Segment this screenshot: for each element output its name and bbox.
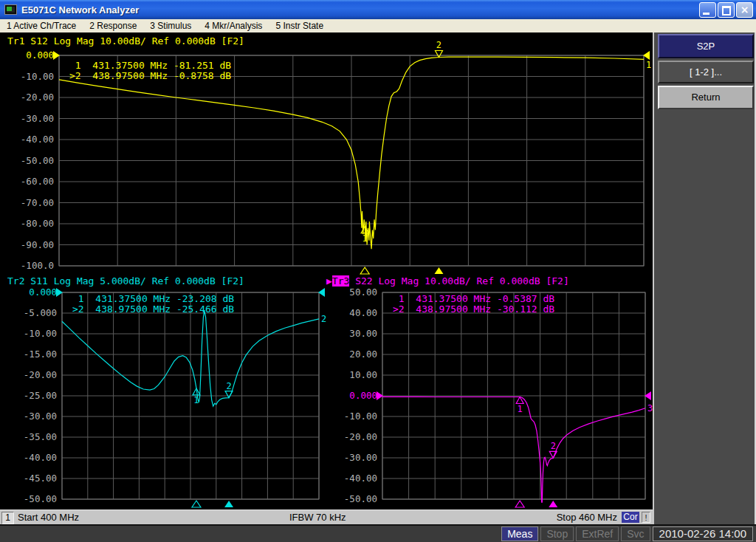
svg-text:-30.00: -30.00 xyxy=(21,113,54,124)
svg-text:-40.00: -40.00 xyxy=(21,134,54,145)
trace2-param: S11 xyxy=(30,275,47,287)
svg-text:2: 2 xyxy=(551,441,556,451)
s12-chart: ▶Tr1 S12 Log Mag 10.00dB/ Ref 0.000dB [F… xyxy=(0,32,653,275)
svg-text:-20.00: -20.00 xyxy=(24,369,57,380)
trace2-scale-label: Log Mag 5.000dB/ Ref 0.000dB [F2] xyxy=(54,275,244,287)
marker-row: 1 431.37500 MHz -23.208 dB xyxy=(72,294,234,304)
svg-text:40.00: 40.00 xyxy=(349,307,377,318)
svg-text:-50.00: -50.00 xyxy=(24,493,57,504)
channel-number-badge: 1 xyxy=(1,512,14,524)
app-icon xyxy=(4,4,17,15)
softkey-return[interactable]: Return xyxy=(658,86,754,109)
minimize-button[interactable] xyxy=(699,2,716,18)
svg-text:-35.00: -35.00 xyxy=(24,431,57,442)
softkey-sidebar: S2P [ 1-2 ]... Return xyxy=(653,32,756,524)
trace2-header: ▶Tr2 S11 Log Mag 5.000dB/ Ref 0.000dB [F… xyxy=(7,275,244,287)
stop-frequency-label: Stop 460 MHz xyxy=(557,512,617,523)
softkey-ports-1-2[interactable]: [ 1-2 ]... xyxy=(658,61,754,83)
svg-text:-20.00: -20.00 xyxy=(21,92,54,103)
svg-text:-40.00: -40.00 xyxy=(24,452,57,463)
restore-icon xyxy=(722,6,731,16)
active-trace-arrow-icon: ▶ xyxy=(326,275,332,287)
svg-text:0.000: 0.000 xyxy=(26,49,54,61)
menu-active-ch-trace[interactable]: 1 Active Ch/Trace xyxy=(0,21,83,31)
trace1-scale-label: Log Mag 10.00dB/ Ref 0.000dB [F2] xyxy=(54,35,244,47)
svg-text:-50.00: -50.00 xyxy=(21,155,54,166)
svg-text:-10.00: -10.00 xyxy=(24,328,57,339)
s22-chart: ▶Tr3 S22 Log Mag 10.00dB/ Ref 0.000dB [F… xyxy=(325,275,653,510)
svg-text:-90.00: -90.00 xyxy=(21,239,54,250)
title-bar[interactable]: E5071C Network Analyzer × xyxy=(0,0,756,19)
svg-text:-10.00: -10.00 xyxy=(21,71,54,82)
correction-badge: Cor xyxy=(622,512,639,523)
svg-text:-25.00: -25.00 xyxy=(24,390,57,401)
svg-text:1: 1 xyxy=(518,404,523,414)
trace3-scale-label: Log Mag 10.00dB/ Ref 0.000dB [F2] xyxy=(378,275,568,287)
menu-response[interactable]: 2 Response xyxy=(83,21,143,31)
close-icon: × xyxy=(737,3,752,17)
svg-text:0.000: 0.000 xyxy=(349,390,377,401)
instrument-status-bar: Meas Stop ExtRef Svc 2010-02-26 14:00 xyxy=(0,524,756,542)
marker-row: >2 438.97500 MHz -25.466 dB xyxy=(72,304,234,315)
svg-text:20.00: 20.00 xyxy=(349,349,377,360)
trace3-param: S22 xyxy=(355,275,372,287)
trace1-param: S12 xyxy=(30,35,47,47)
meas-status-badge: Meas xyxy=(501,526,538,541)
svg-text:-100.0: -100.0 xyxy=(21,260,54,271)
menu-instr-state[interactable]: 5 Instr State xyxy=(269,21,330,31)
menu-bar: 1 Active Ch/Trace 2 Response 3 Stimulus … xyxy=(0,19,756,33)
svg-text:3: 3 xyxy=(647,403,653,414)
svg-text:-40.00: -40.00 xyxy=(344,473,377,484)
start-frequency-label: Start 400 MHz xyxy=(18,512,79,523)
trace3-name[interactable]: Tr3 xyxy=(332,275,349,287)
svg-text:-50.00: -50.00 xyxy=(344,493,377,504)
trace1-name[interactable]: Tr1 xyxy=(7,35,24,47)
marker-row: 1 431.37500 MHz -0.5387 dB xyxy=(393,294,554,304)
svg-text:2: 2 xyxy=(436,40,441,50)
trace3-marker-readout: 1 431.37500 MHz -0.5387 dB>2 438.97500 M… xyxy=(393,294,554,314)
svg-text:-15.00: -15.00 xyxy=(24,349,57,360)
svg-text:2: 2 xyxy=(226,381,231,391)
svg-text:1: 1 xyxy=(646,60,651,70)
restore-button[interactable] xyxy=(718,2,735,18)
s11-chart: ▶Tr2 S11 Log Mag 5.000dB/ Ref 0.000dB [F… xyxy=(0,275,328,510)
menu-stimulus[interactable]: 3 Stimulus xyxy=(143,21,198,31)
svc-status-badge: Svc xyxy=(621,526,650,541)
minimize-icon xyxy=(703,13,709,15)
trace2-name[interactable]: Tr2 xyxy=(7,275,24,287)
svg-text:10.00: 10.00 xyxy=(349,369,377,380)
svg-text:-30.00: -30.00 xyxy=(24,411,57,422)
trace3-header: ▶Tr3 S22 Log Mag 10.00dB/ Ref 0.000dB [F… xyxy=(326,275,569,287)
trace2-marker-readout: 1 431.37500 MHz -23.208 dB>2 438.97500 M… xyxy=(72,294,234,314)
svg-text:50.00: 50.00 xyxy=(349,287,377,298)
close-button[interactable]: × xyxy=(736,2,753,18)
softkey-s2p[interactable]: S2P xyxy=(658,34,754,58)
alert-badge: ! xyxy=(642,512,650,523)
svg-text:30.00: 30.00 xyxy=(349,328,377,339)
svg-text:1: 1 xyxy=(193,395,199,405)
svg-text:-60.00: -60.00 xyxy=(21,176,54,187)
svg-text:-80.00: -80.00 xyxy=(21,218,54,229)
extref-status-badge: ExtRef xyxy=(576,526,619,541)
svg-text:0.000: 0.000 xyxy=(29,287,57,298)
datetime-label: 2010-02-26 14:00 xyxy=(653,526,753,541)
ifbw-label: IFBW 70 kHz xyxy=(289,512,346,523)
app-window: E5071C Network Analyzer × 1 Active Ch/Tr… xyxy=(0,0,756,542)
svg-text:1: 1 xyxy=(362,233,368,244)
window-title: E5071C Network Analyzer xyxy=(21,4,139,16)
svg-text:-10.00: -10.00 xyxy=(344,411,377,422)
stop-status-badge: Stop xyxy=(540,526,574,541)
marker-row: >2 438.97500 MHz -0.8758 dB xyxy=(69,71,231,81)
marker-row: 1 431.37500 MHz -81.251 dB xyxy=(69,61,231,71)
svg-text:-5.000: -5.000 xyxy=(24,307,57,318)
trace1-marker-readout: 1 431.37500 MHz -81.251 dB>2 438.97500 M… xyxy=(69,61,231,80)
svg-text:-45.00: -45.00 xyxy=(24,473,57,484)
trace1-header: ▶Tr1 S12 Log Mag 10.00dB/ Ref 0.000dB [F… xyxy=(7,35,244,47)
svg-text:-30.00: -30.00 xyxy=(344,452,377,463)
svg-text:-70.00: -70.00 xyxy=(21,197,54,208)
marker-row: >2 438.97500 MHz -30.112 dB xyxy=(393,304,554,315)
status-bar: 1 Start 400 MHz IFBW 70 kHz Stop 460 MHz… xyxy=(0,510,653,525)
svg-text:-20.00: -20.00 xyxy=(344,431,377,442)
menu-mkr-analysis[interactable]: 4 Mkr/Analysis xyxy=(198,21,269,31)
